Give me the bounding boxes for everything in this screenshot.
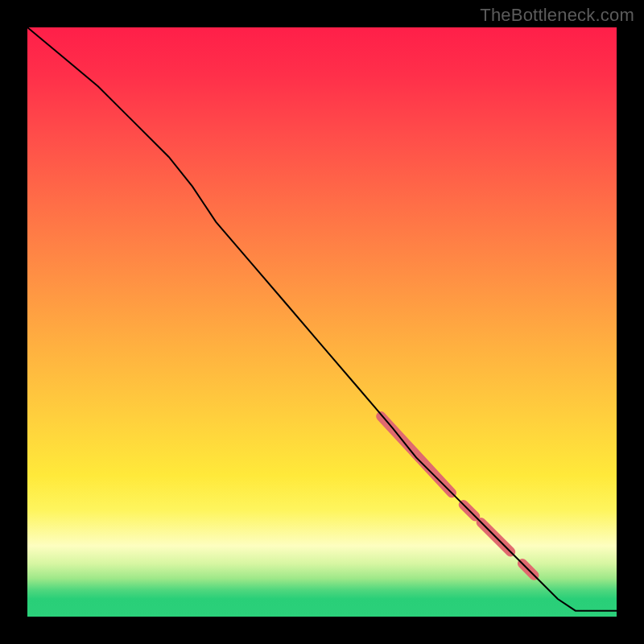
plot-area <box>27 27 617 617</box>
main-curve <box>27 27 617 611</box>
attribution-text: TheBottleneck.com <box>480 5 634 26</box>
chart-frame: TheBottleneck.com <box>0 0 644 644</box>
curve-layer <box>27 27 617 617</box>
